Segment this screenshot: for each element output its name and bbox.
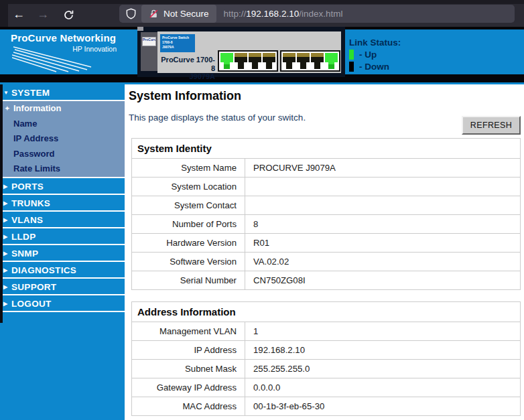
switch-left-panel: ProCurve [141,32,157,71]
sidebar-item-label: TRUNKS [11,198,50,208]
switch-mini-badge: ProCurve [142,37,156,46]
submenu-item-label: Name [13,119,37,129]
sidebar-item-ports[interactable]: ▶PORTS [0,178,125,195]
security-chip[interactable]: Not Secure [141,5,216,23]
insecure-lock-icon [149,9,159,19]
row-value: PROCURVE J9079A [245,159,521,178]
row-label: Hardware Version [132,234,245,253]
chevron-right-icon: ▶ [3,212,7,228]
link-status-legend: Link Status: - Up- Down [349,38,401,72]
reload-icon [63,9,74,21]
row-value: 1 [245,322,521,341]
table-row: Serial NumberCN750ZG08I [132,271,521,290]
row-value: 00-1b-3f-eb-65-30 [245,397,521,416]
switch-ports [218,50,340,72]
chevron-right-icon: ▶ [3,245,7,262]
switch-faceplate: ProCurve Switch1700-8J9079A ProCurve 170… [157,31,341,73]
submenu-item-ip-address[interactable]: IP Address [0,131,125,147]
submenu-item-rate-limits[interactable]: Rate Limits [0,161,125,177]
legend-title: Link Status: [349,38,401,48]
reload-button[interactable] [59,6,78,23]
row-label: System Location [132,178,245,196]
sidebar-item-diagnostics[interactable]: ▶DIAGNOSTICS [0,262,125,279]
submenu-item-label: Password [13,149,54,159]
window-left-edge [0,0,8,27]
table-row: Gateway IP Address0.0.0.0 [132,378,521,397]
row-label: Gateway IP Address [132,378,245,397]
sidebar-item-label: SNMP [11,249,38,259]
switch-label-line: J9079A [162,45,193,50]
switch-port-6-down [297,53,310,69]
submenu-item-name[interactable]: Name [0,117,125,132]
port-group-1 [218,50,278,72]
sidebar-item-logout[interactable]: ▶LOGOUT [0,295,125,312]
row-label: IP Address [132,341,245,360]
chevron-right-icon: ▶ [3,178,7,195]
page-title: System Information [129,89,241,103]
procurve-banner: ProCurve Networking HP Innovation ProCur… [0,29,524,74]
legend-swatch-icon [349,62,354,72]
legend-row--up: - Up [349,49,401,60]
forward-button[interactable]: → [34,6,52,23]
switch-graphic: ProCurve ProCurve Switch1700-8J9079A Pro… [137,27,345,77]
row-value [245,196,521,215]
switch-blue-label: ProCurve Switch1700-8J9079A [160,34,195,52]
row-label: Subnet Mask [132,360,245,378]
row-label: System Contact [132,196,245,215]
main-content: System Information This page displays th… [127,84,524,420]
sidebar-item-support[interactable]: ▶SUPPORT [0,279,125,295]
system-submenu: ✦InformationNameIP AddressPasswordRate L… [0,101,125,178]
row-value: 255.255.255.0 [245,360,521,378]
url-host: 192.168.2.10 [246,9,299,19]
switch-port-3-down [249,53,261,69]
row-value: VA.02.02 [245,253,521,271]
switch-port-8-up [325,53,338,69]
submenu-item-label: Rate Limits [13,163,60,173]
sidebar-item-trunks[interactable]: ▶TRUNKS [0,195,125,212]
refresh-button[interactable]: REFRESH [462,116,521,135]
switch-port-1-up [220,53,233,69]
table-row: IP Address192.168.2.10 [132,341,521,360]
switch-model-line1: ProCurve 1700-8 [157,56,215,72]
table-address-information: Address InformationManagement VLAN1IP Ad… [131,301,521,416]
chevron-right-icon: ▶ [3,279,7,295]
window-top-edge [0,0,524,4]
submenu-item-information[interactable]: ✦Information [0,101,125,117]
chevron-right-icon: ▶ [3,195,7,212]
legend-row--down: - Down [349,61,401,72]
switch-model-line2: J9079A [157,72,215,81]
table-section-title: System Identity [132,139,521,159]
back-button[interactable]: ← [9,6,28,23]
sidebar-item-lldp[interactable]: ▶LLDP [0,228,125,245]
security-chip-label: Not Secure [163,9,209,19]
sidebar-item-snmp[interactable]: ▶SNMP [0,245,125,262]
legend-swatch-icon [349,50,354,60]
address-bar[interactable]: Not Secure http://192.168.2.10/index.htm… [119,5,515,23]
port-group-2 [280,50,340,72]
sidebar-item-label: PORTS [11,182,44,192]
row-label: System Name [132,159,245,178]
frame-notch [137,27,143,31]
url-text[interactable]: http://192.168.2.10/index.html [224,9,343,19]
switch-port-4-down [263,53,275,69]
switch-port-5-down [283,53,296,69]
switch-port-2-down [235,53,247,69]
table-row: Subnet Mask255.255.255.0 [132,360,521,378]
browser-toolbar: ← → Not Secure http://192.168.2.10/index… [0,0,524,27]
sidebar-item-label: LOGOUT [11,299,52,309]
sidebar-item-system[interactable]: ▼SYSTEM [0,84,125,101]
sidebar-item-vlans[interactable]: ▶VLANS [0,212,125,228]
legend-label: - Up [359,50,377,60]
row-label: Number of Ports [132,215,245,234]
chevron-right-icon: ▶ [3,262,7,279]
sidebar-item-label: DIAGNOSTICS [11,265,76,275]
shield-icon[interactable] [125,8,137,19]
row-value: R01 [245,234,521,253]
chevron-down-icon: ▼ [3,84,9,101]
submenu-item-password[interactable]: Password [0,147,125,162]
swoosh-lines-icon [12,40,119,72]
switch-port-7-down [311,53,324,69]
active-item-bullet-icon: ✦ [5,101,10,117]
sidebar-item-label: SUPPORT [11,282,56,292]
table-row: Software VersionVA.02.02 [132,253,521,271]
